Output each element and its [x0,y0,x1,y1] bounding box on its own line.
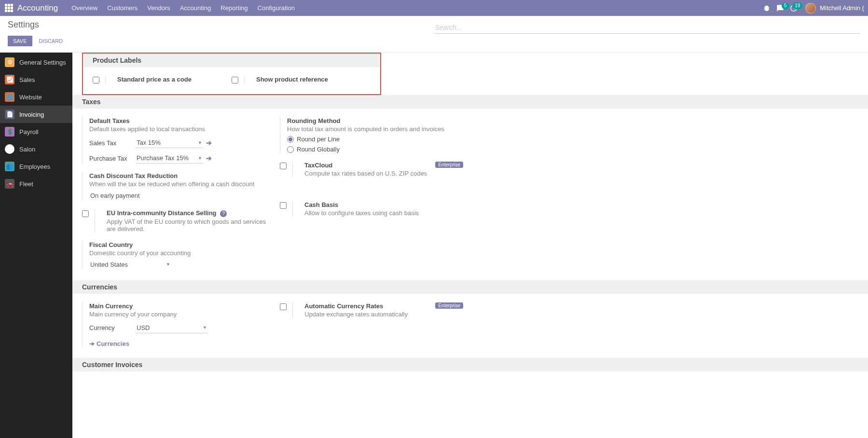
salon-icon [5,144,14,154]
checkbox-show-reference[interactable] [232,77,238,83]
chevron-down-icon: ▼ [203,325,207,330]
sidebar-item-general[interactable]: ⚙ General Settings [0,54,72,71]
top-navbar: Accounting Overview Customers Vendors Ac… [0,0,868,16]
chevron-down-icon: ▼ [198,156,202,161]
sidebar-item-employees[interactable]: 👥 Employees [0,158,72,175]
section-currencies: Currencies [72,280,868,294]
sidebar-item-label: Employees [19,163,50,170]
apps-icon[interactable] [5,4,14,13]
activity-badge: 19 [792,2,802,9]
avatar [805,3,816,14]
rounding-title: Rounding Method [287,117,468,124]
sidebar-item-label: Invoicing [19,111,44,118]
rounding-desc: How total tax amount is computed in orde… [287,125,468,133]
auto-currency-desc: Update exchange rates automatically [304,311,468,318]
gear-icon: ⚙ [5,57,14,67]
discard-button[interactable]: DISCARD [34,36,68,46]
settings-sidebar: ⚙ General Settings 📈 Sales 🌐 Website 📄 I… [0,53,72,438]
sidebar-item-label: General Settings [19,59,66,66]
sidebar-item-label: Salon [19,146,35,153]
sidebar-item-payroll[interactable]: 💲 Payroll [0,123,72,140]
section-product-labels: Product Labels [83,54,380,67]
purchase-tax-arrow-icon[interactable]: ➔ [206,154,212,162]
checkbox-auto-currency[interactable] [280,303,287,310]
nav-customers[interactable]: Customers [102,0,142,16]
invoice-icon: 📄 [5,110,14,119]
debug-icon[interactable] [763,4,771,12]
sales-tax-arrow-icon[interactable]: ➔ [206,139,212,147]
nav-reporting[interactable]: Reporting [216,0,252,16]
taxcloud-desc: Compute tax rates based on U.S. ZIP code… [304,170,468,177]
car-icon: 🚗 [5,179,14,189]
enterprise-badge: Enterprise [435,162,463,168]
enterprise-badge: Enterprise [435,302,463,309]
purchase-tax-select[interactable]: Purchase Tax 15%▼ [136,153,203,164]
sales-tax-label: Sales Tax [89,139,136,147]
sidebar-item-fleet[interactable]: 🚗 Fleet [0,175,72,192]
sidebar-item-label: Payroll [19,128,39,136]
checkbox-taxcloud[interactable] [280,163,287,169]
help-icon[interactable]: ? [220,210,227,217]
cash-discount-select[interactable]: On early payment [89,191,166,201]
main-currency-desc: Main currency of your company [89,311,270,318]
currency-select[interactable]: USD▼ [136,323,208,333]
default-taxes-title: Default Taxes [89,117,270,124]
payroll-icon: 💲 [5,127,14,137]
opt-show-reference-label: Show product reference [256,76,361,83]
sidebar-item-label: Sales [19,76,35,83]
nav-accounting[interactable]: Accounting [175,0,216,16]
fiscal-country-title: Fiscal Country [89,241,270,248]
eu-title: EU Intra-community Distance Selling [107,209,217,217]
activity-icon[interactable]: 19 [790,4,798,12]
arrow-right-icon: ➔ [89,340,95,347]
messages-badge: 5 [782,2,789,9]
brand-title[interactable]: Accounting [17,3,58,13]
sidebar-item-website[interactable]: 🌐 Website [0,88,72,106]
currency-label: Currency [89,324,136,331]
chevron-down-icon: ▼ [166,262,170,267]
user-name: Mitchell Admin ( [820,4,864,12]
control-panel: Settings SAVE DISCARD [0,16,868,53]
checkbox-eu-distance[interactable] [82,210,89,217]
radio-round-global[interactable]: Round Globally [287,146,468,153]
sidebar-item-invoicing[interactable]: 📄 Invoicing [0,106,72,123]
default-taxes-desc: Default taxes applied to local transacti… [89,125,270,133]
user-menu[interactable]: Mitchell Admin ( [805,3,864,14]
cash-basis-title: Cash Basis [304,201,468,208]
cash-discount-desc: When will the tax be reduced when offeri… [89,180,270,188]
cash-basis-desc: Allow to configure taxes using cash basi… [304,209,468,217]
fiscal-country-select[interactable]: United States▼ [89,260,171,270]
save-button[interactable]: SAVE [8,36,32,46]
nav-configuration[interactable]: Configuration [253,0,300,16]
chevron-down-icon: ▼ [198,140,202,145]
opt-standard-price-label: Standard price as a code [117,76,222,83]
eu-desc: Apply VAT of the EU country to which goo… [107,218,270,233]
sales-tax-select[interactable]: Tax 15%▼ [136,137,203,148]
main-currency-title: Main Currency [89,302,270,310]
search-input[interactable] [434,22,861,34]
cash-discount-title: Cash Discount Tax Reduction [89,172,270,179]
nav-overview[interactable]: Overview [67,0,102,16]
fiscal-country-desc: Domestic country of your accounting [89,249,270,257]
globe-icon: 🌐 [5,92,14,102]
checkbox-standard-price[interactable] [93,77,99,83]
checkbox-cash-basis[interactable] [280,202,287,209]
currencies-link[interactable]: ➔Currencies [89,340,129,347]
sidebar-item-salon[interactable]: Salon [0,140,72,158]
messages-icon[interactable]: 5 [776,4,784,12]
sidebar-item-label: Website [19,94,42,101]
section-taxes: Taxes [72,95,868,109]
chart-icon: 📈 [5,75,14,84]
radio-round-line[interactable]: Round per Line [287,136,468,143]
purchase-tax-label: Purchase Tax [89,155,136,162]
sidebar-item-sales[interactable]: 📈 Sales [0,71,72,88]
page-title: Settings [8,20,68,30]
sidebar-item-label: Fleet [19,180,33,188]
people-icon: 👥 [5,162,14,171]
nav-vendors[interactable]: Vendors [142,0,175,16]
settings-content: Product Labels Standard price as a code [72,53,868,438]
section-customer-invoices: Customer Invoices [72,358,868,371]
